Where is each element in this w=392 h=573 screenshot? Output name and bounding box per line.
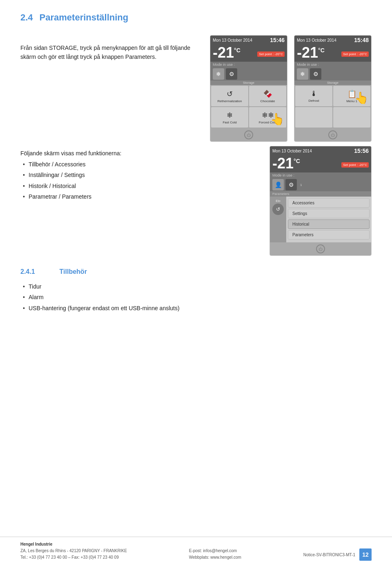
screen1-grid-chocolate: 🍫 Chocolate <box>249 86 286 106</box>
screen1-power-area: ⏻ <box>210 128 287 141</box>
screen3-param-label: Parameters <box>270 191 371 197</box>
screen3-sidebar-icon-refresh: ↺ <box>272 204 284 215</box>
screen3-menu-list: Accessories Settings Historical Paramete… <box>286 197 371 242</box>
screen3-sidebar: Elo ↺ <box>270 197 286 242</box>
screen3-topbar: Mon 13 October 2014 15:56 <box>270 146 371 155</box>
screen2-grid-empty1 <box>295 107 332 128</box>
subsection-header: 2.4.1 Tillbehör <box>20 268 372 275</box>
menu-settings-button[interactable]: Settings <box>288 209 370 218</box>
top-paragraph: Från sidan STORAGE, tryck på menyknappen… <box>20 43 200 62</box>
screen3-icon-gear: ⚙ <box>285 179 297 190</box>
menu-historical-button[interactable]: Historical <box>288 219 370 229</box>
bullet-item-historical: Historik / Historical <box>20 181 200 190</box>
screen2-grid-defrost: 🌡 Defrost <box>295 86 332 106</box>
device-screen-1: Mon 13 October 2014 15:46 -21°C Set poin… <box>210 35 287 142</box>
screen3-menu-label: 1 <box>300 183 302 187</box>
screen3-mode: Mode in use : <box>270 172 371 178</box>
bullet-item-parameters: Parametrar / Parameters <box>20 192 200 201</box>
bullet-item-settings: Inställningar / Settings <box>20 170 200 179</box>
screen3-elo-label: Elo <box>270 198 286 204</box>
subsection-title: Tillbehör <box>60 268 87 275</box>
device-screen-3: Mon 13 October 2014 15:56 -21°C Set poin… <box>270 146 372 256</box>
screen2-power-area: ⏻ <box>294 128 371 141</box>
screen2-temp: -21°C <box>297 45 325 60</box>
screen2-icon-settings: ⚙ <box>310 68 321 80</box>
subsection-bullet-list: Tidur Alarm USB-hantering (fungerar enda… <box>20 282 372 313</box>
screen1-icon-rechno: ↺ <box>227 90 233 98</box>
footer-notice: Notice-SV-BITRONIC3-MT-1 <box>303 553 355 557</box>
footer-tel: Tel.: +33 (0)4 77 23 40 00 – Fax: +33 (0… <box>20 555 119 560</box>
screen3-power-icon: ⏻ <box>316 244 325 253</box>
footer-website: Webbplats: www.hengel.com <box>189 555 241 560</box>
page: 2.4 Parameterinställning Från sidan STOR… <box>0 0 392 573</box>
screen1-icon-settings: ⚙ <box>226 68 237 80</box>
bullet-item-accessories: Tillbehör / Accessories <box>20 160 200 169</box>
footer-email: E-post: infos@hengel.com <box>189 548 237 553</box>
menu-accessories-button[interactable]: Accessories <box>288 198 370 208</box>
subsection-bullet-2: Alarm <box>20 293 372 302</box>
screen1-icon-snowflake: ❄ <box>213 68 224 80</box>
middle-layout: Följande skärm visas med funktionerna: T… <box>20 146 372 256</box>
screen1-power-icon: ⏻ <box>244 130 253 139</box>
section-number: 2.4 <box>20 12 33 23</box>
screen3-power-area: ⏻ <box>270 242 371 255</box>
top-right-screens: Mon 13 October 2014 15:46 -21°C Set poin… <box>200 35 372 142</box>
screen1-time: 15:46 <box>270 37 285 43</box>
screen2-grid: 🌡 Defrost 📋 Menu 1 👆 <box>294 85 371 128</box>
screen1-storage-label: Storage <box>210 81 287 85</box>
screen1-icons-row: ❄ ⚙ <box>210 67 287 81</box>
screen3-setpoint: Set point : -20°C <box>341 162 369 168</box>
screen2-date: Mon 13 October 2014 <box>297 38 336 43</box>
screen2-time: 15:48 <box>354 37 369 43</box>
top-left-text: Från sidan STORAGE, tryck på menyknappen… <box>20 35 200 142</box>
screen3-temp: -21°C <box>272 156 300 171</box>
screen1-setpoint: Set point : -20°C <box>257 51 285 57</box>
section-header: 2.4 Parameterinställning <box>20 12 372 23</box>
footer-right: Notice-SV-BITRONIC3-MT-1 12 <box>303 548 372 561</box>
top-layout: Från sidan STORAGE, tryck på menyknappen… <box>20 35 372 142</box>
screen1-grid-fastcold: ❄ Fast Cold <box>211 107 248 128</box>
screen3-temp-row: -21°C Set point : -20°C <box>270 155 371 172</box>
subsection-2-4-1: 2.4.1 Tillbehör Tidur Alarm USB-hanterin… <box>20 268 372 313</box>
screen1-topbar: Mon 13 October 2014 15:46 <box>210 36 287 45</box>
device-screen-2: Mon 13 October 2014 15:48 -21°C Set poin… <box>294 35 372 142</box>
footer: Hengel Industrie ZA, Les Berges du Rhins… <box>0 537 392 565</box>
subsection-number: 2.4.1 <box>20 268 35 275</box>
screen1-icon-fastcold: ❄ <box>227 111 233 120</box>
subsection-bullet-3: USB-hantering (fungerar endast om ett US… <box>20 304 372 313</box>
screen2-hand-icon: 👆 <box>354 91 369 105</box>
screen1-hand-icon: 👆 <box>270 112 285 126</box>
screen1-grid-forcedcool: ❄❄ Forced Cool 👆 <box>249 107 286 128</box>
screen2-grid-empty2 <box>333 107 370 128</box>
footer-company: Hengel Industrie <box>20 542 52 546</box>
menu-parameters-button[interactable]: Parameters <box>288 230 370 239</box>
middle-left-text: Följande skärm visas med funktionerna: T… <box>20 146 200 256</box>
screen1-grid-rechno: ↺ Rethermalization <box>211 86 248 106</box>
screen3-icon-person: 👤 <box>272 179 284 190</box>
screen2-setpoint: Set point : -20°C <box>341 51 369 57</box>
screen2-storage-label: Storage <box>294 81 371 85</box>
screen2-temp-row: -21°C Set point : -20°C <box>294 45 371 62</box>
footer-center: E-post: infos@hengel.com Webbplats: www.… <box>189 548 241 561</box>
bullet-list: Tillbehör / Accessories Inställningar / … <box>20 160 200 201</box>
footer-page-number: 12 <box>359 548 372 561</box>
screen3-icons-row: 👤 ⚙ 1 <box>270 178 371 191</box>
screen2-icon-defrost: 🌡 <box>310 90 318 98</box>
screen1-temp-row: -21°C Set point : -20°C <box>210 45 287 62</box>
footer-address: ZA, Les Berges du Rhins - 42120 PARIGNY … <box>20 548 127 553</box>
screen3-content-area: Elo ↺ Accessories Settings Historical Pa… <box>270 197 371 242</box>
footer-left: Hengel Industrie ZA, Les Berges du Rhins… <box>20 541 127 561</box>
screen1-mode: Mode in use : <box>210 62 287 67</box>
screen1-temp: -21°C <box>213 45 241 60</box>
screen3-time: 15:56 <box>354 148 369 154</box>
screen2-icons-row: ❄ ⚙ <box>294 67 371 81</box>
section-title: Parameterinställning <box>40 12 129 23</box>
screen1-icon-chocolate: 🍫 <box>263 90 272 98</box>
screen2-topbar: Mon 13 October 2014 15:48 <box>294 36 371 45</box>
subsection-bullet-1: Tidur <box>20 282 372 291</box>
middle-right-screen: Mon 13 October 2014 15:56 -21°C Set poin… <box>200 146 372 256</box>
screen2-grid-menu1: 📋 Menu 1 👆 <box>333 86 370 106</box>
middle-intro: Följande skärm visas med funktionerna: <box>20 150 200 157</box>
screen2-power-icon: ⏻ <box>328 130 337 139</box>
screen3-date: Mon 13 October 2014 <box>272 149 312 153</box>
